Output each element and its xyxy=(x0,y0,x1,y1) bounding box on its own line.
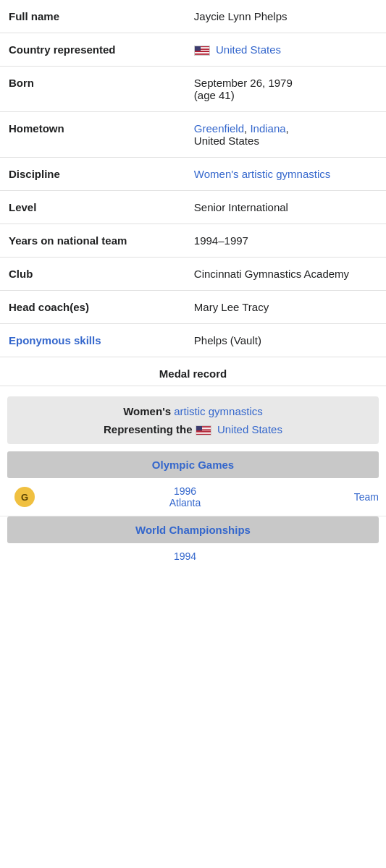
medal-row-olympic-gold: G 1996Atlanta Team xyxy=(0,478,386,516)
value-hometown: Greenfield, Indiana, United States xyxy=(185,112,386,158)
value-years: 1994–1997 xyxy=(185,224,386,258)
row-full-name: Full name Jaycie Lynn Phelps xyxy=(0,0,386,33)
value-club: Cincinnati Gymnastics Academy xyxy=(185,258,386,291)
world-championships-link[interactable]: World Championships xyxy=(135,524,251,536)
label-hometown: Hometown xyxy=(0,112,185,158)
medal-year-link[interactable]: 1996Atlanta xyxy=(169,485,201,509)
row-club: Club Cincinnati Gymnastics Academy xyxy=(0,258,386,291)
label-club: Club xyxy=(0,258,185,291)
medal-event-link[interactable]: Team xyxy=(354,491,379,503)
medal-year-event: 1996Atlanta xyxy=(35,485,335,509)
discipline-link[interactable]: Women's artistic gymnastics xyxy=(194,168,330,180)
us-flag-icon xyxy=(194,46,210,56)
row-country: Country represented United States xyxy=(0,33,386,67)
label-head-coach: Head coach(es) xyxy=(0,291,185,324)
info-table: Full name Jaycie Lynn Phelps Country rep… xyxy=(0,0,386,357)
value-full-name: Jaycie Lynn Phelps xyxy=(185,0,386,33)
value-country: United States xyxy=(185,33,386,67)
medal-box: Women's artistic gymnastics Representing… xyxy=(7,396,379,444)
row-head-coach: Head coach(es) Mary Lee Tracy xyxy=(0,291,386,324)
olympic-games-header: Olympic Games xyxy=(7,451,379,478)
wc-year-row: 1994 xyxy=(0,543,386,569)
medal-record-title: Medal record xyxy=(0,357,386,386)
medal-result: Team xyxy=(335,491,379,503)
medal-country-link[interactable]: United States xyxy=(217,423,282,435)
label-born: Born xyxy=(0,67,185,112)
medal-box-discipline: Women's artistic gymnastics xyxy=(14,405,372,417)
row-eponymous: Eponymous skills Phelps (Vault) xyxy=(0,324,386,357)
country-link[interactable]: United States xyxy=(216,43,281,56)
row-hometown: Hometown Greenfield, Indiana, United Sta… xyxy=(0,112,386,158)
label-country: Country represented xyxy=(0,33,185,67)
value-head-coach: Mary Lee Tracy xyxy=(185,291,386,324)
medal-discipline-link[interactable]: artistic gymnastics xyxy=(174,405,263,417)
row-discipline: Discipline Women's artistic gymnastics xyxy=(0,158,386,191)
value-discipline: Women's artistic gymnastics xyxy=(185,158,386,191)
label-full-name: Full name xyxy=(0,0,185,33)
value-level: Senior International xyxy=(185,191,386,224)
value-born: September 26, 1979(age 41) xyxy=(185,67,386,112)
row-level: Level Senior International xyxy=(0,191,386,224)
hometown-state-link[interactable]: Indiana xyxy=(250,122,285,135)
medal-us-flag-icon xyxy=(196,425,211,435)
label-level: Level xyxy=(0,191,185,224)
label-eponymous: Eponymous skills xyxy=(0,324,185,357)
row-years: Years on national team 1994–1997 xyxy=(0,224,386,258)
label-years: Years on national team xyxy=(0,224,185,258)
row-born: Born September 26, 1979(age 41) xyxy=(0,67,386,112)
olympic-games-link[interactable]: Olympic Games xyxy=(152,459,234,471)
world-championships-header: World Championships xyxy=(7,516,379,543)
gold-medal-icon: G xyxy=(14,487,35,507)
label-discipline: Discipline xyxy=(0,158,185,191)
value-eponymous: Phelps (Vault) xyxy=(185,324,386,357)
wc-year-text: 1994 xyxy=(35,550,335,562)
eponymous-label-link[interactable]: Eponymous skills xyxy=(9,334,101,346)
medal-box-representing: Representing the United States xyxy=(14,423,372,435)
wc-year-link[interactable]: 1994 xyxy=(174,550,196,562)
hometown-city-link[interactable]: Greenfield xyxy=(194,122,244,135)
